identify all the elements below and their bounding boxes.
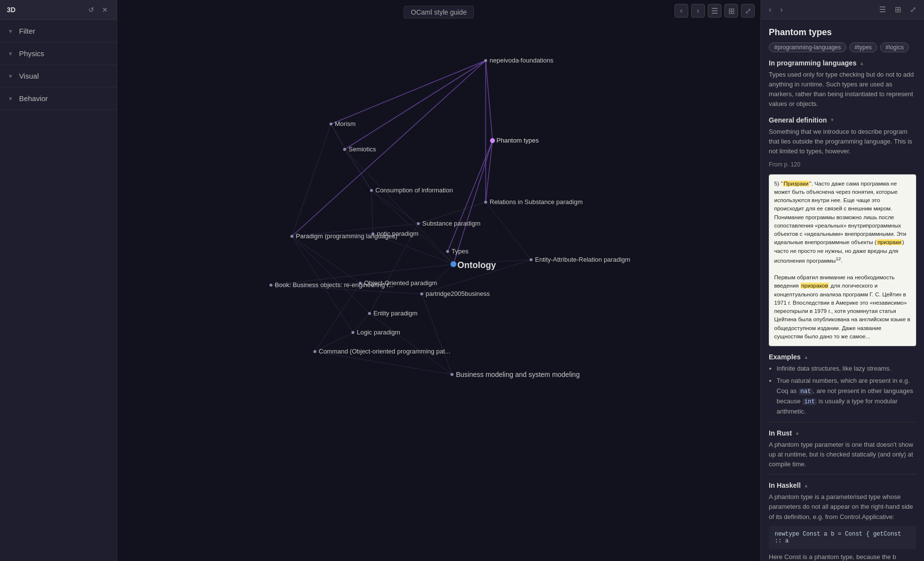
svg-point-52 [420, 292, 423, 295]
sidebar-item-label: Physics [19, 49, 44, 58]
example-item: Infinite data structures, like lazy stre… [777, 364, 916, 374]
graph-svg [117, 0, 760, 561]
svg-point-48 [451, 261, 456, 267]
tag[interactable]: #programming-languages [769, 42, 846, 52]
panel-grid-button[interactable]: ⊞ [892, 4, 904, 15]
right-panel: ‹ › ☰ ⊞ ⤢ Phantom types #programming-lan… [760, 0, 924, 561]
svg-line-0 [486, 61, 493, 141]
svg-line-30 [315, 352, 452, 374]
svg-line-33 [345, 149, 453, 264]
gen-def-arrow: ▼ [830, 117, 835, 123]
highlight-word: Призраки [783, 181, 810, 187]
sidebar-items: ▼Filter▼Physics▼Visual▼Behavior [0, 20, 117, 110]
main-graph-area[interactable]: OCaml style guide nepeivoda·foundationsP… [117, 0, 760, 561]
panel-expand-button[interactable]: ⤢ [907, 4, 919, 15]
svg-line-28 [271, 285, 422, 294]
svg-line-2 [345, 61, 486, 149]
nav-grid-button[interactable]: ⊞ [724, 4, 738, 18]
chevron-icon: ▼ [8, 96, 13, 102]
svg-line-9 [371, 190, 418, 224]
svg-line-36 [373, 234, 453, 264]
svg-point-56 [451, 373, 453, 376]
sidebar-item-filter[interactable]: ▼Filter [0, 20, 117, 42]
chevron-icon: ▼ [8, 28, 13, 34]
svg-point-45 [371, 232, 374, 235]
panel-list-button[interactable]: ☰ [876, 4, 889, 15]
svg-point-49 [530, 258, 533, 261]
svg-line-12 [486, 202, 531, 260]
sidebar: 3D ↺ ✕ ▼Filter▼Physics▼Visual▼Behavior [0, 0, 117, 561]
svg-line-35 [370, 224, 418, 313]
graph-nav: ‹ › ☰ ⊞ ⤢ [675, 4, 755, 18]
svg-point-40 [329, 123, 332, 125]
divider2 [769, 474, 916, 475]
highlight-word-3: призраков [801, 283, 829, 289]
section-text-haskell: A phantom type is a parameterised type w… [769, 492, 916, 521]
right-panel-content: Phantom types #programming-languages#typ… [761, 20, 924, 561]
sidebar-item-label: Filter [19, 27, 35, 35]
svg-line-10 [371, 190, 373, 234]
svg-point-54 [351, 331, 354, 334]
svg-line-26 [370, 313, 452, 374]
section-in-haskell: In Haskell ▲ [769, 481, 916, 489]
close-button[interactable]: ✕ [100, 5, 110, 15]
sidebar-header: 3D ↺ ✕ [0, 0, 117, 20]
svg-line-32 [292, 124, 331, 236]
svg-point-47 [446, 250, 449, 253]
nav-expand-button[interactable]: ⤢ [741, 4, 755, 18]
code-block-haskell: newtype Const a b = Const { getConst :: … [769, 526, 916, 549]
chevron-icon: ▼ [8, 51, 13, 57]
sidebar-item-label: Behavior [19, 94, 48, 103]
svg-point-43 [484, 201, 487, 204]
section-text-gd: Something that we introduce to describe … [769, 127, 916, 156]
svg-line-7 [331, 124, 371, 190]
examples-list: Infinite data structures, like lazy stre… [777, 364, 916, 417]
svg-line-22 [422, 260, 531, 294]
svg-line-24 [315, 283, 360, 352]
after-code-text: Here Const is a phantom type, because th… [769, 552, 916, 561]
tag[interactable]: #types [849, 42, 877, 52]
section-text-rust: A phantom type parameter is one that doe… [769, 440, 916, 469]
svg-line-27 [315, 332, 353, 352]
right-panel-nav: ‹ › ☰ ⊞ ⤢ [761, 0, 924, 20]
svg-point-38 [484, 59, 487, 62]
svg-point-53 [368, 312, 371, 315]
divider1 [769, 422, 916, 422]
svg-line-6 [331, 124, 345, 149]
reset-button[interactable]: ↺ [86, 5, 96, 15]
section-arrow: ▲ [860, 61, 864, 66]
svg-point-50 [359, 282, 362, 285]
section-general-definition: General definition ▼ [769, 116, 916, 124]
svg-line-8 [345, 149, 371, 190]
section-text-pl: Types used only for type checking but do… [769, 70, 916, 109]
rust-arrow: ▲ [795, 430, 800, 436]
sidebar-item-visual[interactable]: ▼Visual [0, 65, 117, 87]
chevron-icon: ▼ [8, 73, 13, 79]
svg-line-25 [353, 313, 370, 332]
sidebar-actions: ↺ ✕ [86, 5, 110, 15]
from-p120: From p. 120 [769, 160, 916, 169]
sidebar-item-physics[interactable]: ▼Physics [0, 42, 117, 65]
nav-list-button[interactable]: ☰ [708, 4, 721, 18]
tags-container: #programming-languages#types#logics [769, 42, 916, 52]
quote-text: 5) "Призраки". Часто даже сама программа… [774, 181, 910, 339]
section-in-rust: In Rust ▲ [769, 429, 916, 437]
svg-point-46 [290, 235, 293, 238]
tag[interactable]: #logics [880, 42, 909, 52]
nav-prev-button[interactable]: ‹ [675, 4, 688, 18]
svg-line-1 [331, 61, 486, 124]
examples-arrow: ▲ [803, 354, 808, 360]
svg-line-11 [418, 202, 486, 224]
nav-next-button[interactable]: › [691, 4, 705, 18]
svg-point-51 [269, 284, 272, 287]
sidebar-title: 3D [7, 6, 16, 14]
svg-point-44 [417, 222, 420, 225]
sidebar-item-behavior[interactable]: ▼Behavior [0, 87, 117, 110]
panel-forward-button[interactable]: › [777, 4, 785, 15]
haskell-arrow: ▲ [803, 483, 808, 488]
panel-back-button[interactable]: ‹ [766, 4, 774, 15]
sidebar-item-label: Visual [19, 72, 39, 80]
svg-point-39 [490, 138, 495, 143]
example-item: True natural numbers, which are present … [777, 376, 916, 417]
svg-line-20 [271, 264, 453, 285]
